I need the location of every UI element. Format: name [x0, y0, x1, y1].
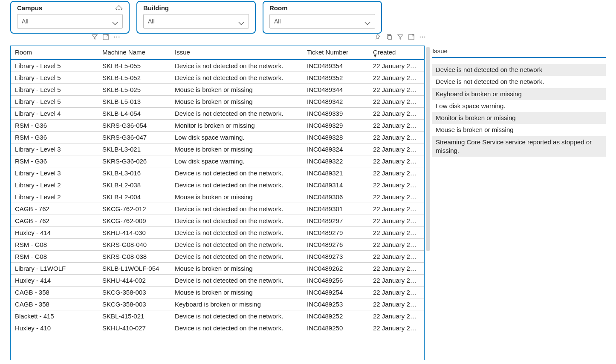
- issue-list-item[interactable]: Streaming Core Service service reported …: [432, 136, 606, 157]
- table-row[interactable]: Library - Level 5SKLB-L5-025Mouse is bro…: [11, 84, 424, 96]
- eraser-icon[interactable]: [115, 5, 123, 11]
- cell-created: 22 January 2025: [369, 132, 424, 143]
- cell-ticket: INC0489321: [303, 167, 369, 179]
- cell-room: Library - Level 4: [11, 108, 98, 120]
- cell-room: CAGB - 358: [11, 287, 98, 298]
- slicer-room-dropdown[interactable]: All: [269, 14, 375, 29]
- slicer-campus: Campus All: [10, 1, 130, 34]
- cell-room: RSM - G36: [11, 120, 98, 132]
- more-options-icon[interactable]: [113, 34, 120, 40]
- table-toolbar: [375, 34, 426, 40]
- slicer-building: Building All: [136, 1, 256, 34]
- table-row[interactable]: CAGB - 762SKCG-762-012Device is not dete…: [11, 203, 424, 215]
- table-row[interactable]: Huxley - 414SKHU-414-030Device is not de…: [11, 227, 424, 239]
- cell-room: Library - Level 5: [11, 72, 98, 84]
- table-row[interactable]: Library - Level 3SKLB-L3-021Mouse is bro…: [11, 143, 424, 155]
- table-row[interactable]: Library - Level 3SKLB-L3-016Device is no…: [11, 167, 424, 179]
- cell-ticket: INC0489297: [303, 215, 369, 227]
- cell-machine: SKRS-G36-054: [98, 120, 171, 132]
- col-header-machine[interactable]: Machine Name: [98, 46, 171, 60]
- tickets-table-visual[interactable]: Room Machine Name Issue Ticket Number Cr…: [10, 46, 425, 360]
- cell-room: Library - Level 5: [11, 60, 98, 72]
- issue-list-item[interactable]: Keyboard is broken or missing: [432, 88, 606, 100]
- cell-ticket: INC0489273: [303, 251, 369, 263]
- cell-machine: SKHU-414-002: [98, 275, 171, 287]
- cell-ticket: INC0489344: [303, 84, 369, 96]
- cell-issue: Device is not detected on the network.: [171, 227, 303, 239]
- table-row[interactable]: Library - Level 2SKLB-L2-038Device is no…: [11, 179, 424, 191]
- more-options-icon[interactable]: [419, 34, 426, 40]
- table-row[interactable]: CAGB - 358SKCG-358-003Keyboard is broken…: [11, 298, 424, 310]
- slicer-room: Room All: [263, 1, 382, 34]
- cell-created: 22 January 2025: [369, 203, 424, 215]
- cell-machine: SKCG-762-009: [98, 215, 171, 227]
- cell-issue: Mouse is broken or missing: [171, 263, 303, 275]
- cell-machine: SKRS-G36-047: [98, 132, 171, 143]
- cell-issue: Device is not detected on the network.: [171, 310, 303, 322]
- cell-ticket: INC0489301: [303, 203, 369, 215]
- col-header-room[interactable]: Room: [11, 46, 98, 60]
- cell-ticket: INC0489322: [303, 155, 369, 167]
- table-row[interactable]: Huxley - 410SKHU-410-027Device is not de…: [11, 322, 424, 334]
- table-row[interactable]: RSM - G08SKRS-G08-040Device is not detec…: [11, 239, 424, 251]
- scrollbar[interactable]: [426, 47, 430, 251]
- table-row[interactable]: Library - Level 4SKLB-L4-054Device is no…: [11, 108, 424, 120]
- cell-room: RSM - G36: [11, 155, 98, 167]
- issue-list-item[interactable]: Mouse is broken or missing: [432, 124, 606, 136]
- cell-machine: SKLB-L5-025: [98, 84, 171, 96]
- slicer-campus-dropdown[interactable]: All: [17, 14, 123, 29]
- table-row[interactable]: CAGB - 358SKCG-358-003Mouse is broken or…: [11, 287, 424, 298]
- col-header-ticket[interactable]: Ticket Number: [303, 46, 369, 60]
- focus-mode-icon[interactable]: [408, 34, 415, 40]
- cell-room: Library - Level 3: [11, 143, 98, 155]
- cell-ticket: INC0489276: [303, 239, 369, 251]
- slicer-building-dropdown[interactable]: All: [143, 14, 249, 29]
- cell-room: Library - Level 3: [11, 167, 98, 179]
- cell-created: 22 January 2025: [369, 96, 424, 108]
- cell-created: 22 January 2025: [369, 251, 424, 263]
- filter-icon[interactable]: [91, 34, 98, 40]
- cell-machine: SKCG-358-003: [98, 298, 171, 310]
- table-row[interactable]: Library - Level 5SKLB-L5-052Device is no…: [11, 72, 424, 84]
- cell-issue: Mouse is broken or missing: [171, 84, 303, 96]
- cell-machine: SKHU-410-027: [98, 322, 171, 334]
- table-row[interactable]: RSM - G08SKRS-G08-038Device is not detec…: [11, 251, 424, 263]
- cell-created: 22 January 2025: [369, 108, 424, 120]
- cell-created: 22 January 2025: [369, 84, 424, 96]
- svg-point-1: [114, 37, 115, 37]
- issue-list-item[interactable]: Monitor is broken or missing: [432, 112, 606, 124]
- issue-list-item[interactable]: Low disk space warning.: [432, 100, 606, 112]
- col-header-created[interactable]: Created ▼: [369, 46, 424, 60]
- cell-created: 22 January 2025: [369, 167, 424, 179]
- cell-ticket: INC0489306: [303, 191, 369, 203]
- slicer-campus-label: Campus: [17, 4, 42, 11]
- table-row[interactable]: RSM - G36SKRS-G36-047Low disk space warn…: [11, 132, 424, 143]
- svg-rect-5: [388, 36, 391, 40]
- table-row[interactable]: CAGB - 762SKCG-762-009Device is not dete…: [11, 215, 424, 227]
- cell-room: Library - L1WOLF: [11, 263, 98, 275]
- filter-icon[interactable]: [397, 34, 404, 40]
- copy-icon[interactable]: [386, 34, 393, 40]
- focus-mode-icon[interactable]: [102, 34, 109, 40]
- table-row[interactable]: RSM - G36SKRS-G36-054Monitor is broken o…: [11, 120, 424, 132]
- cell-ticket: INC0489352: [303, 72, 369, 84]
- table-row[interactable]: Library - Level 2SKLB-L2-004Mouse is bro…: [11, 191, 424, 203]
- col-header-issue[interactable]: Issue: [171, 46, 303, 60]
- pin-icon[interactable]: [375, 34, 382, 40]
- cell-room: RSM - G08: [11, 251, 98, 263]
- table-row[interactable]: Library - L1WOLFSKLB-L1WOLF-054Mouse is …: [11, 263, 424, 275]
- cell-created: 22 January 2025: [369, 263, 424, 275]
- table-row[interactable]: RSM - G36SKRS-G36-026Low disk space warn…: [11, 155, 424, 167]
- cell-created: 22 January 2025: [369, 310, 424, 322]
- cell-room: Library - Level 2: [11, 191, 98, 203]
- issue-list-item[interactable]: Device is not detected on the network: [432, 64, 606, 76]
- cell-ticket: INC0489329: [303, 120, 369, 132]
- table-row[interactable]: Library - Level 5SKLB-L5-055Device is no…: [11, 60, 424, 72]
- table-row[interactable]: Library - Level 5SKLB-L5-013Mouse is bro…: [11, 96, 424, 108]
- cell-room: Library - Level 2: [11, 179, 98, 191]
- issue-list-item[interactable]: Device is not detected on the network.: [432, 76, 606, 88]
- cell-created: 22 January 2025: [369, 239, 424, 251]
- table-row[interactable]: Blackett - 415SKBL-415-021Device is not …: [11, 310, 424, 322]
- table-row[interactable]: Huxley - 414SKHU-414-002Device is not de…: [11, 275, 424, 287]
- cell-room: Library - Level 5: [11, 84, 98, 96]
